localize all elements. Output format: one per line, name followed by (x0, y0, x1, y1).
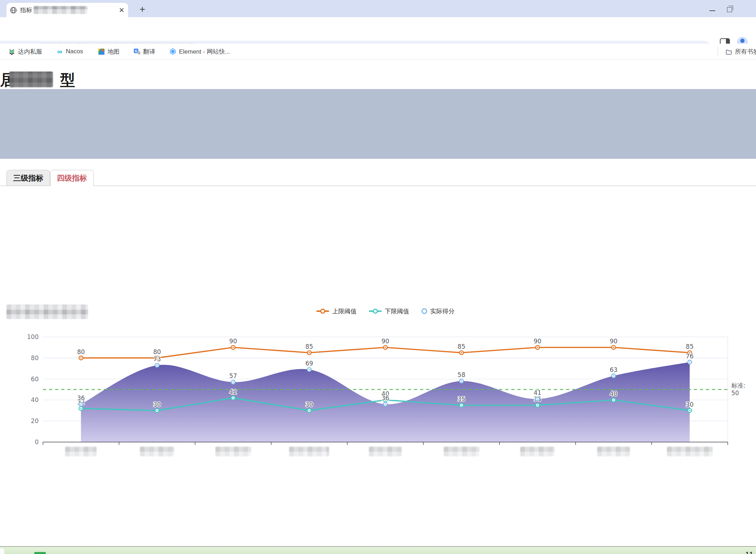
all-bookmarks-label: 所有书签 (735, 48, 756, 56)
svg-text:69: 69 (306, 360, 313, 367)
address-row: 37.103.120/ 02908445cc4&page=edbe9bd8-31… (0, 17, 756, 44)
redacted-x-axis-label (369, 446, 402, 456)
svg-text:0: 0 (35, 438, 39, 446)
bookmark-translate[interactable]: G 文 翻译 (134, 48, 155, 56)
svg-text:60: 60 (31, 376, 39, 383)
bookmark-danei[interactable]: 达内私服 (9, 48, 42, 56)
tab-strip: 指标 ✕ + (0, 0, 756, 17)
svg-text:35: 35 (458, 396, 465, 403)
svg-text:85: 85 (306, 343, 313, 350)
svg-text:标准:: 标准: (731, 382, 746, 389)
svg-text:G: G (135, 49, 137, 53)
redacted-x-axis-label (215, 446, 251, 456)
bookmarks-bar: 达内私服 ∞ Nacos 地图 G 文 翻译 (0, 44, 756, 60)
tab-title: 指标 (20, 6, 87, 14)
tab-level4-indicators[interactable]: 四级指标 (50, 170, 94, 186)
svg-text:100: 100 (27, 333, 39, 340)
svg-text:63: 63 (610, 366, 618, 373)
bookmark-label: Nacos (66, 48, 83, 55)
redacted-x-axis-label (520, 446, 555, 456)
svg-text:80: 80 (77, 348, 85, 356)
svg-text:40: 40 (31, 396, 39, 403)
taskbar (0, 546, 756, 554)
redacted-x-axis-label (444, 446, 479, 456)
redacted-tab-title (34, 6, 87, 14)
all-bookmarks-button[interactable]: 所有书签 (726, 44, 756, 59)
svg-text:30: 30 (686, 401, 694, 408)
new-tab-button[interactable]: + (136, 3, 149, 16)
svg-text:90: 90 (381, 338, 389, 345)
svg-text:73: 73 (153, 356, 161, 363)
indicator-chart: 上限阈值下限阈值实际得分 020406080100标准:508080908590… (0, 300, 756, 465)
chart-plot: 020406080100标准:5080809085908590908532304… (0, 300, 756, 465)
hero-banner (0, 89, 756, 159)
bookmark-element[interactable]: Element - 网站快... (170, 48, 230, 56)
tab-close-icon[interactable]: ✕ (119, 7, 125, 14)
bookmark-label: Element - 网站快... (179, 48, 230, 56)
svg-text:36: 36 (77, 394, 85, 402)
svg-text:76: 76 (686, 353, 694, 360)
svg-text:40: 40 (610, 390, 618, 397)
avatar-head (740, 39, 745, 43)
svg-text:30: 30 (153, 401, 161, 408)
redacted-x-axis-label (140, 446, 174, 456)
bookmark-label: 地图 (107, 48, 120, 56)
bookmark-label: 翻译 (143, 48, 155, 56)
svg-text:30: 30 (306, 401, 313, 408)
redacted-x-axis-label (65, 446, 97, 456)
svg-text:42: 42 (229, 388, 237, 396)
svg-text:85: 85 (686, 343, 694, 350)
window-restore-button[interactable] (727, 7, 732, 12)
bookmark-label: 达内私服 (18, 48, 42, 56)
globe-favicon-icon (10, 7, 17, 14)
bookmark-map[interactable]: 地图 (98, 48, 120, 56)
svg-text:41: 41 (534, 389, 542, 396)
svg-text:50: 50 (731, 389, 739, 397)
translate-icon: G 文 (134, 48, 140, 55)
svg-text:90: 90 (610, 338, 618, 345)
redacted-page-title (9, 72, 53, 87)
svg-text:文: 文 (137, 52, 140, 55)
svg-text:58: 58 (458, 371, 465, 378)
tab-level3-indicators[interactable]: 三级指标 (6, 170, 50, 186)
taskbar-notch (0, 548, 4, 554)
redacted-x-axis-label (667, 446, 713, 456)
infinity-icon: ∞ (57, 48, 63, 55)
bookmarks-divider (718, 47, 718, 56)
browser-tab[interactable]: 指标 ✕ (6, 3, 128, 17)
redacted-x-axis-label (289, 446, 329, 456)
chevrons-icon (9, 48, 15, 55)
taskbar-clock: 11 (746, 550, 756, 554)
taskbar-app-icon[interactable] (34, 552, 46, 554)
svg-text:36: 36 (381, 394, 389, 402)
svg-text:80: 80 (153, 348, 161, 356)
bookmark-nacos[interactable]: ∞ Nacos (57, 48, 83, 55)
map-icon (98, 48, 104, 55)
svg-text:90: 90 (229, 338, 237, 345)
svg-text:57: 57 (229, 372, 237, 379)
tabs-underline (0, 186, 756, 186)
hexagon-icon (170, 48, 176, 55)
svg-text:80: 80 (31, 354, 39, 362)
redacted-x-axis-label (597, 446, 630, 456)
svg-text:20: 20 (31, 417, 39, 425)
window-minimize-button[interactable] (709, 10, 715, 11)
folder-icon (726, 48, 732, 55)
svg-text:85: 85 (458, 343, 465, 350)
svg-text:90: 90 (534, 338, 542, 345)
